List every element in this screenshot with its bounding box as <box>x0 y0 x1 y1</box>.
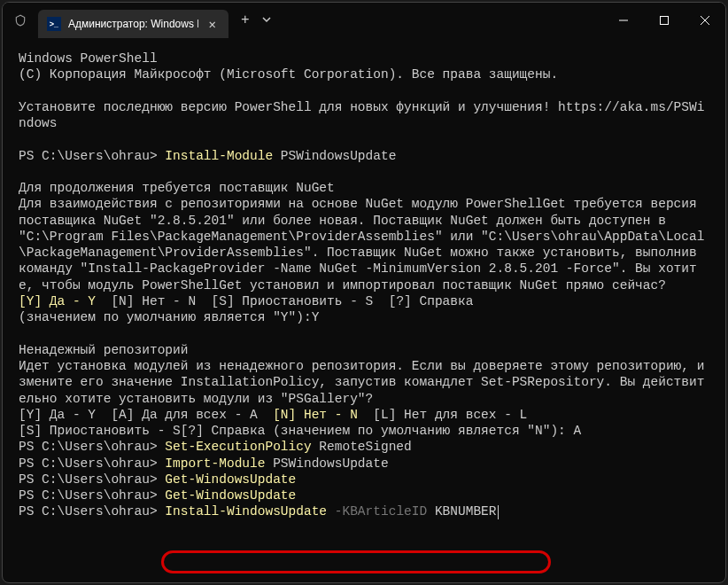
cursor <box>498 505 499 519</box>
default-prompt: (значением по умолчанию является "N"): <box>273 424 573 438</box>
command-param: -KBArticleID <box>327 504 427 519</box>
answer: Y <box>312 310 320 324</box>
option-help: [?] Справка <box>181 424 273 438</box>
prompt: PS C:\Users\ohrau> <box>19 488 165 503</box>
terminal-output[interactable]: Windows PowerShell (C) Корпорация Майкро… <box>3 38 725 582</box>
shield-icon <box>3 14 38 27</box>
section-body: Идет установка модулей из ненадежного ре… <box>19 359 704 406</box>
command-arg: PSWindowsUpdate <box>273 149 396 163</box>
prompt: PS C:\Users\ohrau> <box>19 456 165 471</box>
ps-notice: Установите последнюю версию PowerShell д… <box>19 100 704 130</box>
command-arg: PSWindowsUpdate <box>265 456 388 471</box>
tab-title: Администратор: Windows Pc <box>68 18 198 30</box>
prompt: PS C:\Users\ohrau> <box>19 149 165 163</box>
option-help: [?] Справка <box>389 294 474 308</box>
maximize-button[interactable] <box>644 3 685 38</box>
option-yes: [Y] Да - Y <box>19 408 111 422</box>
command: Get-WindowsUpdate <box>165 472 296 487</box>
option-no: [N] Нет - N <box>273 408 358 422</box>
prompt: PS C:\Users\ohrau> <box>19 440 165 454</box>
answer: A <box>574 424 582 438</box>
section-body: Для взаимодействия с репозиториями на ос… <box>19 197 704 292</box>
powershell-icon: >_ <box>47 17 61 31</box>
option-none: [L] Нет для всех - L <box>358 408 527 422</box>
command-arg: RemoteSigned <box>312 440 412 454</box>
terminal-window: >_ Администратор: Windows Pc ✕ + Windows… <box>2 2 726 583</box>
command: Import-Module <box>165 456 265 471</box>
tab-dropdown-button[interactable] <box>262 15 271 27</box>
command: Get-WindowsUpdate <box>165 488 296 503</box>
option-all: [A] Да для всех - A <box>111 408 273 422</box>
close-window-button[interactable] <box>685 3 725 38</box>
section-title: Ненадежный репозиторий <box>19 343 188 357</box>
option-suspend: [S] Приостановить - S <box>19 424 181 438</box>
option-yes: [Y] Да - Y <box>19 294 96 308</box>
ps-copyright: (C) Корпорация Майкрософт (Microsoft Cor… <box>19 67 558 82</box>
command: Install-WindowsUpdate <box>165 504 327 519</box>
new-tab-button[interactable]: + <box>228 12 262 28</box>
command: Set-ExecutionPolicy <box>165 440 311 454</box>
titlebar[interactable]: >_ Администратор: Windows Pc ✕ + <box>3 3 725 38</box>
highlight-annotation <box>161 550 551 573</box>
minimize-button[interactable] <box>603 3 644 38</box>
option-no: [N] Нет - N <box>96 294 212 308</box>
window-controls <box>603 3 725 38</box>
section-title: Для продолжения требуется поставщик NuGe… <box>19 181 335 195</box>
command: Install-Module <box>165 149 273 163</box>
prompt: PS C:\Users\ohrau> <box>19 472 165 487</box>
svg-rect-1 <box>661 17 669 25</box>
prompt: PS C:\Users\ohrau> <box>19 504 165 519</box>
ps-header: Windows PowerShell <box>19 51 158 66</box>
option-suspend: [S] Приостановить - S <box>212 294 389 308</box>
default-prompt: (значением по умолчанию является "Y"): <box>19 310 312 324</box>
tab-active[interactable]: >_ Администратор: Windows Pc ✕ <box>38 10 228 38</box>
command-arg: KBNUMBER <box>427 504 496 519</box>
close-tab-button[interactable]: ✕ <box>205 15 220 34</box>
